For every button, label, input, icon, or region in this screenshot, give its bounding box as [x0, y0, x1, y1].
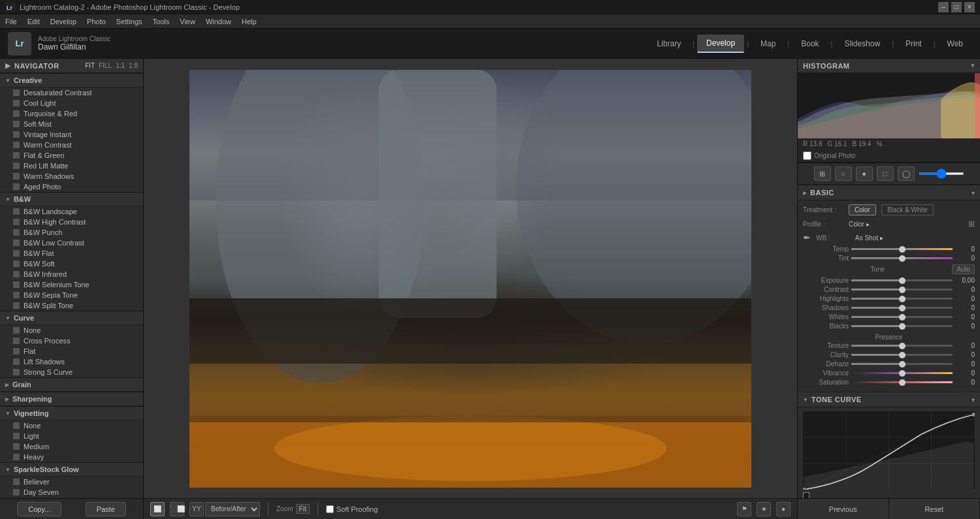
menu-file[interactable]: File — [5, 18, 17, 25]
view-opt-button[interactable]: YY — [189, 502, 204, 516]
preset-flat-green[interactable]: Flat & Green — [0, 150, 143, 161]
bw-section-header[interactable]: ▼ B&W — [0, 192, 143, 206]
whites-thumb[interactable] — [899, 314, 906, 321]
fit-option-fill[interactable]: FILL — [99, 62, 112, 69]
dehaze-thumb[interactable] — [899, 361, 906, 368]
navigator-header[interactable]: ▶ Navigator FIT FILL 1:1 1:8 — [0, 59, 143, 73]
sharpening-section-header[interactable]: ▶ Sharpening — [0, 392, 143, 406]
menu-develop[interactable]: Develop — [50, 18, 76, 25]
texture-track[interactable] — [851, 345, 953, 347]
exposure-track[interactable] — [851, 279, 953, 281]
preset-vintage-instant[interactable]: Vintage Instant — [0, 129, 143, 140]
dehaze-track[interactable] — [851, 363, 953, 365]
nav-print[interactable]: Print — [896, 35, 931, 52]
preset-lift-shadows[interactable]: Lift Shadows — [0, 356, 143, 367]
preset-believer[interactable]: Believer — [0, 477, 143, 487]
right-scroll[interactable]: ▶ Basic ▾ Treatment : Color Black & Whit… — [798, 185, 980, 498]
menu-help[interactable]: Help — [242, 18, 257, 25]
preset-vignetting-light[interactable]: Light — [0, 431, 143, 441]
view-square-btn[interactable]: □ — [877, 166, 894, 181]
wb-eyedropper-icon[interactable]: ✒ — [803, 232, 811, 243]
preset-bw-flat[interactable]: B&W Flat — [0, 248, 143, 259]
view-loupe-button[interactable]: ⬜ — [150, 502, 165, 516]
preset-red-lift-matte[interactable]: Red Lift Matte — [0, 161, 143, 171]
view-circle-outline-btn[interactable]: ◯ — [898, 166, 915, 181]
saturation-track[interactable] — [851, 381, 953, 383]
tint-thumb[interactable] — [899, 255, 906, 262]
preset-cool-light[interactable]: Cool Light — [0, 98, 143, 108]
nav-book[interactable]: Book — [792, 35, 828, 52]
tone-curve-canvas[interactable] — [803, 411, 975, 490]
vignetting-section-header[interactable]: ▼ Vignetting — [0, 406, 143, 420]
temp-thumb[interactable] — [899, 246, 906, 253]
left-scroll[interactable]: ▼ Creative Desaturated Contrast Cool Lig… — [0, 73, 143, 498]
fit-option-1-8[interactable]: 1:8 — [129, 62, 138, 69]
preset-warm-contrast[interactable]: Warm Contrast — [0, 140, 143, 150]
preset-bw-infrared[interactable]: B&W Infrared — [0, 269, 143, 279]
menu-edit[interactable]: Edit — [27, 18, 40, 25]
preset-vignetting-none[interactable]: None — [0, 420, 143, 431]
preset-curve-none[interactable]: None — [0, 325, 143, 336]
blacks-thumb[interactable] — [899, 323, 906, 330]
view-compare-button[interactable]: ⬛⬜ — [170, 502, 184, 516]
copy-button[interactable]: Copy... — [17, 502, 61, 516]
menu-settings[interactable]: Settings — [116, 18, 142, 25]
preset-bw-sepia-tone[interactable]: B&W Sepia Tone — [0, 290, 143, 300]
preset-bw-punch[interactable]: B&W Punch — [0, 227, 143, 238]
menu-view[interactable]: View — [180, 18, 195, 25]
toolbar-color-button[interactable]: ● — [776, 502, 791, 516]
soft-proofing-checkbox[interactable] — [326, 505, 334, 513]
menu-window[interactable]: Window — [206, 18, 231, 25]
minimize-button[interactable]: – — [938, 2, 949, 12]
vibrance-thumb[interactable] — [899, 370, 906, 377]
saturation-thumb[interactable] — [899, 379, 906, 386]
preset-strong-s-curve[interactable]: Strong S Curve — [0, 367, 143, 377]
fit-option-1-1[interactable]: 1:1 — [116, 62, 125, 69]
highlights-thumb[interactable] — [899, 296, 906, 302]
menu-tools[interactable]: Tools — [153, 18, 170, 25]
shadows-track[interactable] — [851, 307, 953, 309]
preset-desaturated-contrast[interactable]: Desaturated Contrast — [0, 87, 143, 98]
nav-web[interactable]: Web — [938, 35, 972, 52]
highlights-track[interactable] — [851, 298, 953, 300]
tint-track[interactable] — [851, 257, 953, 259]
profile-grid-button[interactable]: ⊞ — [968, 219, 975, 228]
exposure-thumb[interactable] — [899, 277, 906, 284]
preset-bw-low-contrast[interactable]: B&W Low Contrast — [0, 238, 143, 248]
paste-button[interactable]: Paste — [86, 502, 126, 516]
shadows-thumb[interactable] — [899, 305, 906, 311]
contrast-track[interactable] — [851, 289, 953, 291]
preset-cross-process[interactable]: Cross Process — [0, 336, 143, 346]
contrast-thumb[interactable] — [899, 287, 906, 293]
preset-soft-mist[interactable]: Soft Mist — [0, 119, 143, 129]
nav-slideshow[interactable]: Slideshow — [835, 35, 889, 52]
clarity-thumb[interactable] — [899, 352, 906, 358]
preset-flat[interactable]: Flat — [0, 346, 143, 356]
whites-track[interactable] — [851, 316, 953, 318]
grain-section-header[interactable]: ▶ Grain — [0, 377, 143, 392]
maximize-button[interactable]: □ — [951, 2, 962, 12]
view-circle-filled-btn[interactable]: ● — [856, 166, 873, 181]
curve-section-header[interactable]: ▼ Curve — [0, 311, 143, 325]
nav-map[interactable]: Map — [751, 35, 785, 52]
reset-button[interactable]: Reset — [889, 499, 981, 519]
nav-library[interactable]: Library — [648, 35, 691, 52]
preset-bw-soft[interactable]: B&W Soft — [0, 259, 143, 269]
histogram-header[interactable]: Histogram ▾ — [798, 59, 980, 73]
basic-section-header[interactable]: ▶ Basic ▾ — [798, 185, 980, 200]
blacks-track[interactable] — [851, 325, 953, 327]
previous-button[interactable]: Previous — [798, 499, 889, 519]
treatment-color[interactable]: Color — [849, 204, 876, 215]
preset-vignetting-medium[interactable]: Medium — [0, 441, 143, 452]
view-grid-btn[interactable]: ⊞ — [814, 166, 831, 181]
preset-bw-high-contrast[interactable]: B&W High Contrast — [0, 217, 143, 227]
preset-turquoise-red[interactable]: Turquoise & Red — [0, 108, 143, 119]
tone-curve-section-header[interactable]: ▼ Tone Curve ▾ — [798, 392, 980, 407]
texture-thumb[interactable] — [899, 343, 906, 349]
preset-bw-landscape[interactable]: B&W Landscape — [0, 206, 143, 217]
creative-section-header[interactable]: ▼ Creative — [0, 73, 143, 87]
fit-option-fit[interactable]: FIT — [85, 62, 95, 69]
treatment-bw[interactable]: Black & White — [881, 204, 934, 215]
toolbar-star-button[interactable]: ★ — [757, 502, 771, 516]
auto-button[interactable]: Auto — [952, 264, 975, 274]
